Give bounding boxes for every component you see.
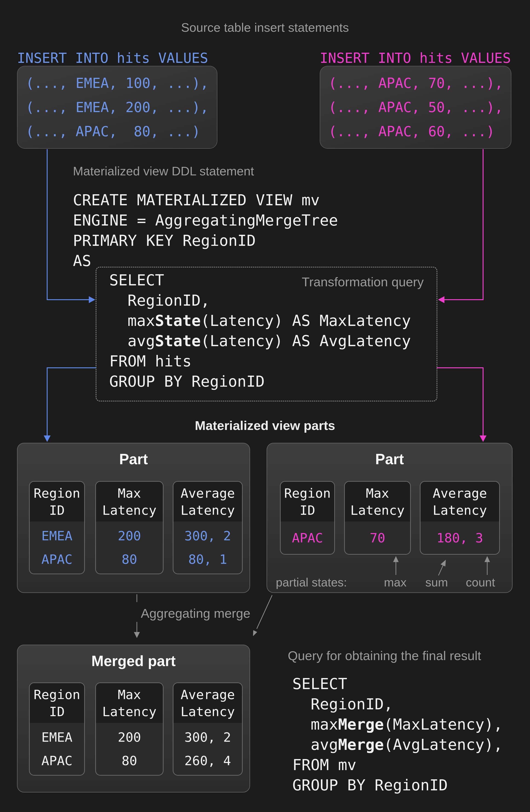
part-left-title: Part: [17, 451, 250, 468]
part-left-column-max: Max Latency 200 80: [95, 481, 164, 574]
mv-parts-label: Materialized view parts: [0, 418, 530, 433]
transformation-query-code: SELECT RegionID, maxState(Latency) AS Ma…: [109, 270, 411, 392]
merge-arrow-right-head: [253, 630, 257, 636]
part-right-column-max: Max Latency 70: [344, 481, 411, 555]
transformation-query-box: Transformation query SELECT RegionID, ma…: [96, 267, 437, 402]
cell-value: 80, 1: [188, 548, 227, 571]
cell-value: EMEA: [41, 725, 72, 749]
part-box-right: Part Region ID APAC Max Latency 70 Avera…: [267, 443, 513, 593]
merge-arrow-right-line: [257, 595, 272, 629]
partial-state-max-label: max: [384, 576, 407, 589]
column-values: 180, 3: [421, 522, 499, 554]
insert-right-to-query-line: [443, 149, 483, 300]
column-values: 300, 2 80, 1: [174, 522, 242, 574]
column-header: Average Latency: [421, 482, 499, 522]
query-to-left-part-arrowhead: [44, 435, 50, 442]
column-values: EMEA APAC: [30, 522, 84, 574]
cell-value: 80: [122, 749, 137, 772]
part-left-column-avg: Average Latency 300, 2 80, 1: [173, 481, 243, 574]
cell-value: 80: [122, 548, 137, 571]
final-query-label: Query for obtaining the final result: [288, 648, 481, 663]
merged-column-region: Region ID EMEA APAC: [29, 682, 85, 775]
part-left-column-region: Region ID EMEA APAC: [29, 481, 85, 574]
cell-value: 260, 4: [185, 749, 231, 772]
column-header: Average Latency: [174, 482, 242, 522]
partial-state-sum-label: sum: [425, 576, 448, 589]
ddl-code: CREATE MATERIALIZED VIEW mvENGINE = Aggr…: [73, 190, 338, 271]
column-header: Max Latency: [96, 683, 163, 723]
part-right-title: Part: [267, 451, 512, 468]
query-to-right-part-arrowhead: [480, 435, 487, 442]
column-values: 200 80: [96, 723, 163, 775]
cell-value: 180, 3: [437, 526, 483, 550]
insert-left-box: (..., EMEA, 100, ...),(..., EMEA, 200, .…: [17, 66, 217, 149]
part-right-column-avg: Average Latency 180, 3: [420, 481, 500, 555]
final-query-code: SELECT RegionID, maxMerge(MaxLatency), a…: [292, 674, 503, 795]
column-header: Region ID: [281, 482, 334, 522]
column-values: 70: [345, 522, 410, 554]
column-header: Region ID: [30, 482, 84, 522]
column-values: 300, 2 260, 4: [174, 723, 242, 775]
cell-value: EMEA: [41, 524, 72, 548]
part-box-left: Part Region ID EMEA APAC Max Latency 200…: [17, 443, 250, 593]
merged-part-box: Merged part Region ID EMEA APAC Max Late…: [17, 645, 250, 793]
cell-value: 300, 2: [185, 524, 231, 548]
part-right-column-region: Region ID APAC: [280, 481, 335, 555]
cell-value: 70: [370, 526, 385, 550]
cell-value: APAC: [41, 548, 72, 571]
column-header: Average Latency: [174, 683, 242, 723]
column-header: Region ID: [30, 683, 84, 723]
insert-right-to-query-arrowhead: [438, 296, 444, 303]
partial-state-count-label: count: [466, 576, 495, 589]
insert-right-rows: (..., APAC, 70, ...),(..., APAC, 50, ...…: [328, 71, 503, 144]
merged-column-max: Max Latency 200 80: [95, 682, 164, 775]
diagram-canvas: Source table insert statements INSERT IN…: [0, 0, 530, 812]
partial-states-label: partial states:: [276, 576, 347, 589]
cell-value: 300, 2: [185, 725, 231, 749]
cell-value: APAC: [41, 749, 72, 772]
aggregating-merge-label: Aggregating merge: [141, 606, 250, 621]
cell-value: 200: [118, 524, 141, 548]
column-values: APAC: [281, 522, 334, 554]
column-header: Max Latency: [96, 482, 163, 522]
insert-right-box: (..., APAC, 70, ...),(..., APAC, 50, ...…: [320, 66, 511, 149]
cell-value: APAC: [292, 526, 323, 550]
column-header: Max Latency: [345, 482, 410, 522]
merged-column-avg: Average Latency 300, 2 260, 4: [173, 682, 243, 775]
column-values: 200 80: [96, 522, 163, 574]
merged-part-title: Merged part: [17, 653, 250, 669]
merge-arrow-left-head: [134, 632, 140, 638]
cell-value: 200: [118, 725, 141, 749]
insert-left-to-query-arrowhead: [89, 296, 95, 303]
ddl-label: Materialized view DDL statement: [73, 164, 254, 178]
column-values: EMEA APAC: [30, 723, 84, 775]
insert-left-rows: (..., EMEA, 100, ...),(..., EMEA, 200, .…: [26, 71, 209, 144]
page-title: Source table insert statements: [0, 20, 530, 34]
